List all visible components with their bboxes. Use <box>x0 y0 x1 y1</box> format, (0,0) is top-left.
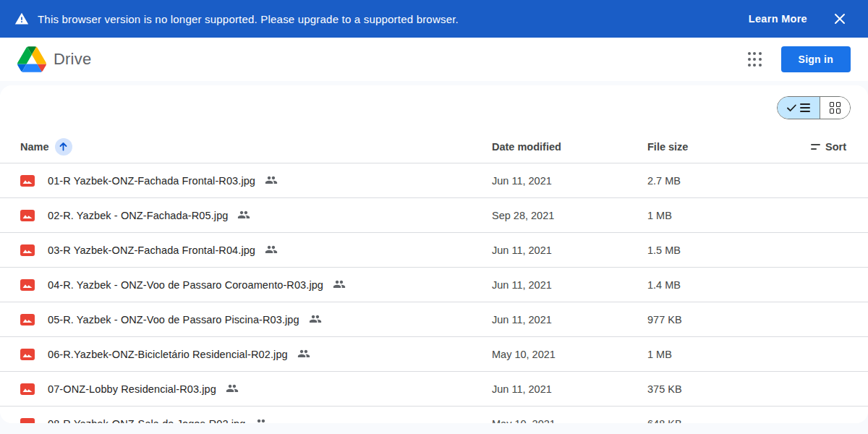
image-file-icon <box>20 418 35 424</box>
file-size: 375 KB <box>647 383 803 395</box>
table-row[interactable]: 05-R. Yazbek - ONZ-Voo de Passaro Piscin… <box>0 302 868 337</box>
shared-people-icon <box>297 349 310 359</box>
file-date: Jun 11, 2021 <box>492 244 647 256</box>
shared-people-icon <box>265 245 278 255</box>
image-file-icon <box>20 279 35 291</box>
sign-in-button[interactable]: Sign in <box>781 46 851 72</box>
arrow-up-icon <box>59 142 68 151</box>
file-name: 03-R Yazbek-ONZ-Fachada Frontal-R04.jpg <box>48 244 255 256</box>
check-icon <box>787 104 796 112</box>
sort-label: Sort <box>825 141 846 153</box>
close-icon[interactable] <box>833 12 846 25</box>
file-date: Sep 28, 2021 <box>492 210 647 221</box>
sort-ascending-button[interactable] <box>55 138 72 156</box>
drive-folder-card: Name Date modified File size Sort 01-R Y… <box>0 85 868 423</box>
list-view-button[interactable] <box>778 97 820 119</box>
file-size: 1 MB <box>647 349 803 360</box>
file-size: 977 KB <box>647 314 803 326</box>
learn-more-link[interactable]: Learn More <box>749 13 807 25</box>
file-name: 08-R.Yazbek-ONZ-Sala de Jogos-R02.jpg <box>48 418 245 424</box>
table-header-row: Name Date modified File size Sort <box>0 130 868 163</box>
grid-view-button[interactable] <box>820 97 851 119</box>
google-apps-icon[interactable] <box>748 52 762 67</box>
file-size: 648 KB <box>647 418 803 424</box>
file-name: 05-R. Yazbek - ONZ-Voo de Passaro Piscin… <box>48 314 299 326</box>
image-file-icon <box>20 210 35 221</box>
file-date: May 10, 2021 <box>492 418 647 424</box>
column-header-date-modified[interactable]: Date modified <box>492 141 647 153</box>
table-row[interactable]: 03-R Yazbek-ONZ-Fachada Frontal-R04.jpg … <box>0 233 868 268</box>
table-row[interactable]: 07-ONZ-Lobby Residencial-R03.jpg Jun 11,… <box>0 372 868 407</box>
file-date: Jun 11, 2021 <box>492 279 647 291</box>
grid-view-icon <box>830 102 841 114</box>
shared-people-icon <box>265 176 278 186</box>
sort-icon <box>811 144 820 150</box>
image-file-icon <box>20 349 35 360</box>
shared-people-icon <box>255 419 268 424</box>
file-size: 1.5 MB <box>647 244 803 256</box>
file-date: May 10, 2021 <box>492 349 647 360</box>
file-name: 06-R.Yazbek-ONZ-Bicicletário Residencial… <box>48 349 288 360</box>
table-row[interactable]: 02-R. Yazbek - ONZ-Fachada-R05.jpg Sep 2… <box>0 198 868 233</box>
file-name: 04-R. Yazbek - ONZ-Voo de Passaro Coroam… <box>48 279 323 291</box>
shared-people-icon <box>226 384 239 394</box>
file-size: 1.4 MB <box>647 279 803 291</box>
view-toolbar <box>0 85 868 130</box>
image-file-icon <box>20 175 35 187</box>
file-name: 01-R Yazbek-ONZ-Fachada Frontal-R03.jpg <box>48 175 255 187</box>
warning-triangle-icon <box>14 12 29 26</box>
image-file-icon <box>20 383 35 395</box>
file-list: 01-R Yazbek-ONZ-Fachada Frontal-R03.jpg … <box>0 163 868 423</box>
sort-button[interactable]: Sort <box>803 141 868 153</box>
google-drive-logo-icon <box>17 46 46 72</box>
view-toggle <box>777 96 851 119</box>
file-date: Jun 11, 2021 <box>492 314 647 326</box>
image-file-icon <box>20 244 35 256</box>
file-date: Jun 11, 2021 <box>492 175 647 187</box>
file-size: 1 MB <box>647 210 803 221</box>
app-header: Drive Sign in <box>0 38 868 81</box>
banner-message: This browser version is no longer suppor… <box>38 13 749 25</box>
file-name: 07-ONZ-Lobby Residencial-R03.jpg <box>48 383 216 395</box>
browser-warning-banner: This browser version is no longer suppor… <box>0 0 868 38</box>
shared-people-icon <box>309 315 322 325</box>
shared-people-icon <box>237 210 250 221</box>
image-file-icon <box>20 314 35 326</box>
file-name: 02-R. Yazbek - ONZ-Fachada-R05.jpg <box>48 210 228 221</box>
table-row[interactable]: 01-R Yazbek-ONZ-Fachada Frontal-R03.jpg … <box>0 163 868 198</box>
column-header-file-size[interactable]: File size <box>647 141 803 153</box>
list-view-icon <box>800 103 810 112</box>
table-row[interactable]: 06-R.Yazbek-ONZ-Bicicletário Residencial… <box>0 337 868 372</box>
column-header-name[interactable]: Name <box>20 141 49 153</box>
app-title: Drive <box>54 50 91 69</box>
table-row[interactable]: 04-R. Yazbek - ONZ-Voo de Passaro Coroam… <box>0 268 868 302</box>
shared-people-icon <box>333 280 346 290</box>
table-row[interactable]: 08-R.Yazbek-ONZ-Sala de Jogos-R02.jpg Ma… <box>0 407 868 423</box>
file-date: Jun 11, 2021 <box>492 383 647 395</box>
file-size: 2.7 MB <box>647 175 803 187</box>
